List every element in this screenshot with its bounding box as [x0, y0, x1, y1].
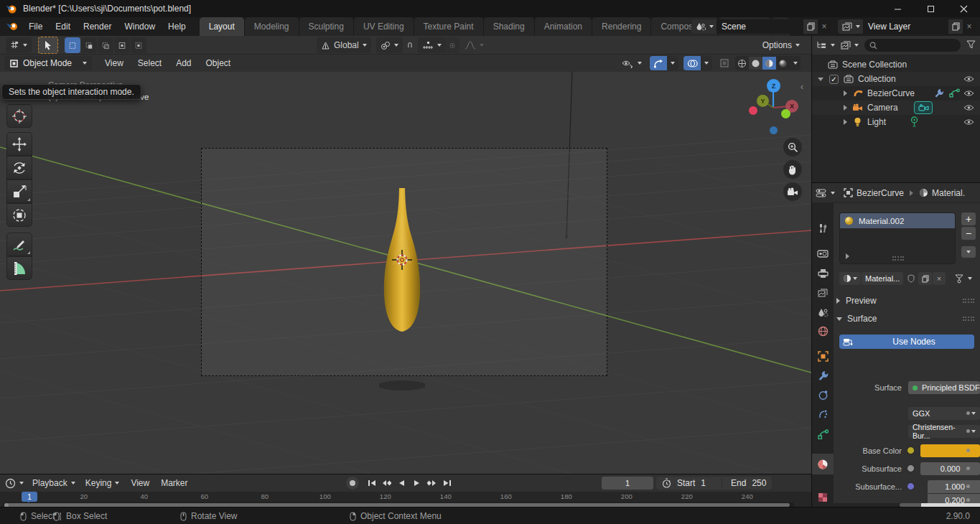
eye-icon[interactable] — [963, 104, 974, 111]
animate-dot[interactable] — [966, 411, 970, 415]
viewport-menu-object[interactable]: Object — [199, 58, 238, 68]
outliner-search[interactable] — [864, 39, 961, 52]
viewport-menu-add[interactable]: Add — [169, 58, 198, 68]
expand-arrow[interactable] — [844, 90, 847, 96]
camera-data-badge[interactable] — [914, 101, 933, 114]
base-color-swatch[interactable] — [920, 444, 980, 457]
stopwatch-icon[interactable] — [662, 478, 671, 488]
collection-expand-arrow[interactable] — [818, 78, 823, 81]
outliner-row-beziercurve[interactable]: BezierCurve — [812, 86, 980, 100]
shading-wireframe-button[interactable] — [735, 57, 749, 70]
breadcrumb-object[interactable]: BezierCurve — [857, 188, 904, 198]
current-frame-field[interactable]: 1 — [602, 477, 653, 490]
animate-dot[interactable] — [966, 485, 970, 488]
scene-unlink-button[interactable]: × — [818, 19, 831, 34]
menu-file[interactable]: File — [22, 17, 49, 36]
use-nodes-button[interactable]: Use Nodes — [839, 334, 974, 349]
outliner-filter-button[interactable] — [966, 40, 976, 51]
play-reverse-button[interactable] — [395, 477, 409, 490]
shading-dropdown[interactable] — [790, 57, 801, 70]
vase-object[interactable] — [379, 187, 425, 392]
visibility-dropdown[interactable] — [622, 56, 642, 70]
minimize-button[interactable] — [881, 0, 914, 17]
jump-to-start-button[interactable] — [365, 477, 378, 490]
jump-to-end-button[interactable] — [440, 477, 454, 490]
next-keyframe-button[interactable] — [425, 477, 439, 490]
select-mode-intersect-button[interactable] — [131, 37, 146, 53]
menu-help[interactable]: Help — [162, 17, 192, 36]
list-resize-grip[interactable] — [892, 256, 904, 261]
shading-material-button[interactable] — [762, 57, 776, 70]
cursor-tool-button[interactable] — [6, 104, 32, 128]
gizmo-axis-y[interactable]: Y — [757, 95, 769, 107]
surface-panel-header[interactable]: Surface — [836, 314, 977, 324]
tab-object-data[interactable] — [812, 424, 834, 444]
view-layer-remove-button[interactable]: × — [963, 19, 976, 34]
unlink-material-button[interactable]: × — [933, 272, 946, 285]
preview-panel-header[interactable]: Preview — [836, 296, 977, 306]
end-label[interactable]: End — [722, 478, 746, 488]
outliner-row-collection[interactable]: ✓ Collection — [812, 72, 980, 86]
snap-toggle-button[interactable] — [403, 37, 417, 53]
outliner-display-mode-dropdown[interactable] — [841, 41, 859, 50]
menu-window[interactable]: Window — [118, 17, 162, 36]
tab-particles[interactable] — [812, 405, 834, 424]
tab-world[interactable] — [812, 322, 834, 341]
select-mode-set-button[interactable] — [65, 37, 80, 53]
gizmo-axis-y-neg[interactable] — [781, 109, 790, 118]
maximize-button[interactable] — [914, 0, 947, 17]
select-mode-invert-button[interactable] — [114, 37, 130, 53]
properties-editor-dropdown[interactable] — [816, 188, 835, 198]
outliner-row-light[interactable]: Light — [812, 115, 980, 129]
tab-animation[interactable]: Animation — [535, 17, 592, 36]
tab-physics[interactable] — [812, 385, 834, 405]
camera-view-button[interactable] — [783, 182, 802, 201]
panel-drag-grip[interactable] — [963, 317, 974, 321]
tab-output[interactable] — [812, 263, 834, 283]
slot-specials-button[interactable] — [961, 246, 976, 258]
timeline-ruler[interactable]: 1 20406080100120140160180200220240 — [0, 492, 811, 507]
scene-name[interactable]: Scene — [717, 19, 803, 34]
tab-object[interactable] — [812, 347, 834, 366]
base-color-socket[interactable] — [907, 446, 915, 454]
end-value[interactable]: 250 — [752, 478, 766, 488]
scene-copy-button[interactable] — [803, 19, 818, 34]
gizmos-dropdown[interactable] — [667, 56, 678, 70]
subsurface-socket[interactable] — [907, 464, 915, 472]
annotate-tool-button[interactable] — [6, 233, 32, 256]
subsurface-radius-socket[interactable] — [907, 482, 915, 490]
sidebar-collapse-arrow[interactable]: ‹ — [801, 82, 803, 92]
eye-icon[interactable] — [963, 75, 974, 83]
fake-user-button[interactable] — [904, 272, 918, 285]
slot-add-button[interactable]: + — [961, 212, 976, 225]
options-dropdown[interactable]: Options — [758, 37, 804, 53]
breadcrumb-tab[interactable]: Material. — [932, 188, 965, 198]
view-layer-copy-button[interactable] — [948, 19, 963, 34]
surface-shader-dropdown[interactable]: Principled BSDF — [908, 381, 980, 394]
view-layer-icon-dropdown[interactable] — [838, 19, 863, 34]
tab-shading[interactable]: Shading — [484, 17, 535, 36]
pan-view-button[interactable] — [783, 160, 802, 179]
tab-render[interactable] — [812, 244, 834, 263]
material-browse-dropdown[interactable] — [839, 272, 861, 285]
play-button[interactable] — [410, 477, 424, 490]
shading-rendered-button[interactable] — [776, 57, 790, 70]
panel-drag-grip[interactable] — [963, 299, 974, 303]
tab-modeling[interactable]: Modeling — [245, 17, 299, 36]
keying-menu[interactable]: Keying — [85, 478, 120, 488]
current-frame-marker[interactable]: 1 — [22, 492, 37, 502]
transform-tool-button[interactable] — [6, 203, 32, 227]
show-overlays-button[interactable] — [683, 56, 701, 70]
prev-keyframe-button[interactable] — [380, 477, 393, 490]
zoom-view-button[interactable] — [783, 138, 802, 156]
outliner-row-scene-collection[interactable]: Scene Collection — [812, 57, 980, 72]
navigation-gizmo[interactable]: Z Y X — [741, 73, 807, 139]
tab-layout[interactable]: Layout — [200, 17, 245, 36]
viewport-3d[interactable]: Object Mode View Select Add Object — [0, 55, 811, 474]
menu-edit[interactable]: Edit — [49, 17, 77, 36]
scale-tool-button[interactable] — [6, 179, 32, 203]
pivot-point-dropdown[interactable] — [376, 37, 403, 53]
animate-dot[interactable] — [966, 449, 970, 452]
tab-tool[interactable] — [812, 219, 834, 238]
tab-view-layer[interactable] — [812, 283, 834, 302]
